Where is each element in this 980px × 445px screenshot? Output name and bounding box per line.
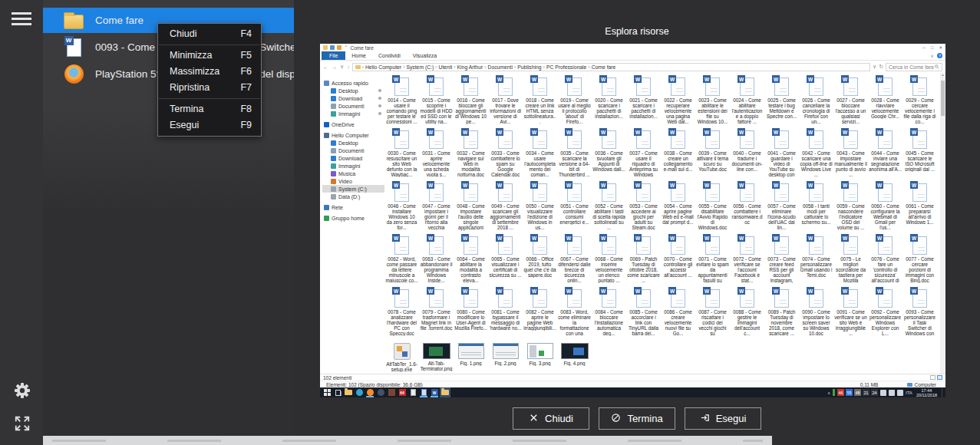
menu-item-shortcut: F9: [240, 120, 252, 131]
word-document-icon: [878, 130, 893, 149]
file-item: 0045 - Come scaricare le ISO Microsoft o…: [902, 128, 937, 181]
file-name: Fig. 1.png: [454, 361, 487, 366]
word-document-icon: [843, 77, 858, 96]
breadcrumb-segment: Publishing: [517, 64, 541, 70]
menu-item-massimizza[interactable]: MassimizzaF6: [158, 64, 261, 80]
word-document-icon: [636, 183, 651, 202]
explorer-preview[interactable]: ⌃ Come fare ─ □ ✕ FileHomeCondividiVisua…: [320, 44, 945, 397]
termina-button[interactable]: Termina: [599, 407, 675, 430]
file-name: 0047 - Come impostare i giorni per il ri…: [420, 203, 453, 231]
file-item: 0032 - Come navigare sul Web in modalità…: [454, 128, 488, 181]
word-document-icon: [464, 289, 478, 308]
file-item: 0040 - Come tradurre i documenti on-line…: [730, 128, 764, 181]
nav-item-label: Immagini: [338, 163, 360, 169]
refresh-icon: ↻: [879, 64, 883, 70]
notes-shortcut: [408, 387, 418, 397]
maroon-app-shortcut: [386, 387, 397, 397]
menu-icon[interactable]: [12, 12, 31, 28]
menu-item-chiudi[interactable]: ChiudiF4: [158, 26, 261, 42]
file-name: 0030 - Come resuscitare un sito Web defu…: [385, 150, 418, 177]
word-document-icon: [912, 289, 927, 308]
menu-item-shortcut: F5: [240, 50, 252, 61]
word-document-icon: [912, 77, 927, 96]
file-name: 0076 - Come fare un 'controllo di sicure…: [869, 256, 902, 284]
word-document-icon: [567, 183, 582, 202]
pictures-icon: [331, 163, 336, 169]
file-item: 0020 - Come scaricare i pacchetti di ins…: [592, 75, 626, 128]
file-item: 0080 - Come modificare lo User-Agent di …: [454, 287, 488, 340]
breadcrumb-separator: ›: [588, 64, 589, 70]
nav-item: Data (D:): [322, 193, 384, 200]
file-item: 0061 - Come prepararsi all'arrivo di Win…: [902, 181, 937, 234]
file-item: 0034 - Come usare l'autocompletamento de…: [523, 128, 557, 181]
menu-item-label: Massimizza: [170, 66, 219, 77]
tray-badge: 24: [871, 389, 878, 396]
breadcrumb-separator: ›: [403, 64, 404, 70]
file-name: 0023 - Come abilitare le estensioni dei …: [696, 97, 729, 124]
tray-badge: 55: [846, 389, 853, 396]
pin-icon: [378, 97, 381, 100]
file-item: 0082 - Come aprire le pagine Web irraggi…: [523, 287, 557, 340]
word-document-icon: [636, 289, 651, 308]
file-name: 0036 - Come svuotare gli Appunti di Wind…: [592, 150, 625, 172]
file-name: 0018 - Come creare un link HTML senza so…: [523, 97, 556, 124]
app-64-shortcut-icon: 64: [399, 389, 406, 396]
file-name: 0070 - Come controllare gli accessi all'…: [662, 256, 695, 278]
file-item: 0026 - Come cancellare la cronologia di …: [799, 75, 833, 128]
scrollbar-thumb: [941, 81, 945, 116]
menu-item-minimizza[interactable]: MinimizzaF5: [158, 48, 261, 64]
word-document-icon: [498, 183, 513, 202]
file-item: 0071 - Come evitare lo spam da appuntame…: [695, 234, 730, 287]
breadcrumb-separator: ›: [435, 64, 437, 70]
list-view-icon: [930, 375, 935, 380]
word-document-icon: [464, 77, 478, 96]
file-item: 0070 - Come controllare gli accessi all'…: [661, 234, 695, 287]
file-name: 0080 - Come modificare lo User-Agent di …: [454, 309, 487, 331]
status-detail-label: Elementi: 102 (Spazio disponibile: 36,6 …: [326, 382, 423, 387]
word-document-icon: [464, 183, 478, 202]
file-name: 0090 - Come impostare lo screen saver su…: [800, 309, 833, 336]
quick-access-customize-icon: ⌃: [344, 44, 348, 51]
file-name: 0019 - Come usare al meglio il protocoll…: [558, 97, 591, 124]
detail-statusbar: Elementi: 102 (Spazio disponibile: 36,6 …: [320, 381, 945, 387]
music-icon: [331, 171, 336, 176]
nav-item: Documenti: [322, 102, 384, 110]
word-document-icon: [671, 289, 685, 308]
file-item: 0027 - Come bloccare l'accesso a un qual…: [833, 75, 868, 128]
esegui-button[interactable]: Esegui: [685, 407, 761, 430]
image-thumbnail: [458, 343, 484, 359]
close-window-icon: ✕: [939, 45, 942, 50]
chiudi-button[interactable]: Chiudi: [513, 407, 589, 430]
word-icon: W: [63, 38, 84, 58]
menu-item-shortcut: F7: [240, 82, 252, 94]
file-item: 0036 - Come svuotare gli Appunti di Wind…: [592, 128, 626, 181]
file-name: 0014 - Come usare il comando ping per te…: [385, 97, 418, 124]
file-item: Alt-Tab-Terminator.png: [419, 340, 454, 374]
menu-item-esegui[interactable]: EseguiF9: [158, 117, 261, 134]
word-document-icon: [498, 77, 513, 96]
settings-gear-icon[interactable]: [12, 381, 32, 400]
folder-icon: [345, 390, 352, 395]
image-thumbnail: [423, 343, 450, 359]
word-document-icon: [809, 236, 823, 255]
minimize-icon: ─: [922, 45, 926, 50]
nav-item: OneDrive: [322, 120, 384, 128]
menu-item-ripristina[interactable]: RipristinaF7: [158, 80, 261, 96]
view-toggles: [930, 375, 942, 380]
fullscreen-expand-icon[interactable]: [12, 414, 32, 433]
network-icon: [324, 205, 329, 210]
file-item: 0077 - Come cercare porzioni di immagini…: [902, 234, 937, 287]
firefox-icon: [63, 64, 84, 84]
file-name: 0089 - Patch Tuesday di novembre 2018, c…: [765, 309, 798, 336]
nav-item-label: Gruppo home: [332, 216, 365, 221]
tray-chevron-icon: ∧: [827, 391, 830, 395]
menu-item-termina[interactable]: TerminaF8: [158, 101, 261, 117]
word-document-icon: [705, 77, 720, 96]
file-item: 0089 - Patch Tuesday di novembre 2018, c…: [764, 287, 799, 340]
file-name: 0051 - Come controllare consumi energeti…: [558, 203, 591, 225]
file-item: 0041 - Come guardare i video di YouTube …: [764, 128, 799, 181]
document-shortcut: [418, 387, 429, 397]
file-name: 0053 - Come accedere ai giochi per adult…: [627, 203, 660, 230]
file-name: 0028 - Come riavviare velocemente Google…: [869, 97, 902, 119]
documents-icon: [331, 148, 336, 153]
